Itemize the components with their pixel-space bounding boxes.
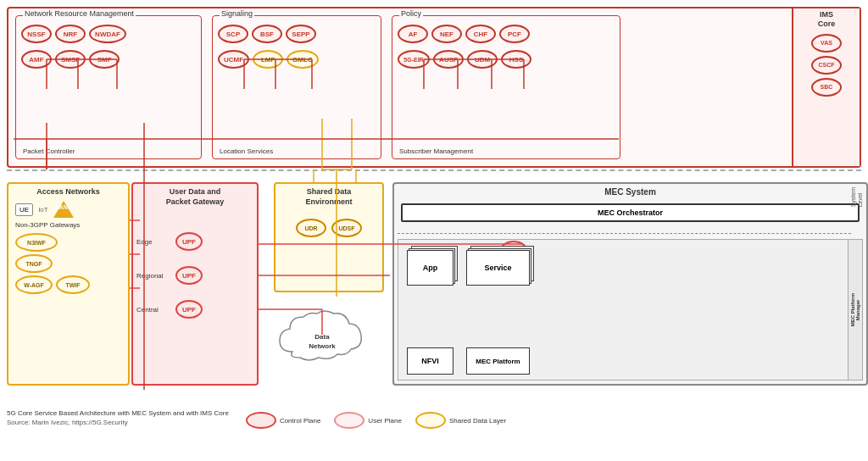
shared-data-label: Shared DataEnvironment — [275, 184, 382, 207]
nfvi-box: NFVI — [407, 347, 453, 375]
user-data-gateway-box: User Data andPacket Gateway Edge UPF Reg… — [131, 182, 259, 386]
policy-bottom-row: 5G-EIR AUSF UDM HSS — [392, 47, 620, 72]
ausf-oval: AUSF — [433, 50, 464, 69]
gateways-list: N3IWF TNGF W-AGF TWIF — [8, 230, 128, 297]
control-plane-icon — [246, 412, 276, 429]
nrm-top-row: NSSF NRF NWDAF — [16, 16, 201, 47]
shared-data-box: Shared DataEnvironment UDR UDSF — [274, 182, 384, 292]
legend-description: 5G Core Service Based Architecture with … — [7, 408, 229, 426]
iot-label: IoT — [38, 206, 48, 214]
separator-line — [7, 169, 861, 171]
ims-core-label: IMSCore — [818, 10, 836, 29]
nrf-oval: NRF — [55, 25, 86, 43]
nrm-bottom-row: AMF SMSF SMF — [16, 47, 201, 72]
bsf-oval: BSF — [252, 25, 282, 43]
hss-oval: HSS — [501, 50, 531, 69]
udsf-oval: UDSF — [331, 219, 362, 237]
amf-oval: AMF — [21, 50, 52, 69]
nrm-label: Network Resource Management — [23, 9, 136, 18]
central-upf-oval: UPF — [175, 300, 203, 319]
mec-platform-box: MEC Platform — [466, 347, 530, 375]
user-plane-legend: User Plane — [334, 412, 402, 429]
ue-iot-row: UE IoT RAN — [8, 196, 128, 219]
svg-text:Data: Data — [314, 333, 330, 341]
sepp-oval: SEPP — [286, 25, 316, 43]
service-stacked-container: Service — [466, 250, 534, 288]
shared-data-layer-label: Shared Data Layer — [449, 417, 506, 425]
smsf-oval: SMSF — [55, 50, 86, 69]
access-networks-box: Access Networks UE IoT RAN Non-3GPP Gate… — [7, 182, 130, 386]
regional-label: Regional — [136, 272, 172, 280]
nssf-oval: NSSF — [21, 25, 52, 43]
signaling-top-row: SCP BSF SEPP — [213, 16, 381, 47]
central-label: Central — [136, 306, 172, 314]
subscriber-mgmt-label: Subscriber Management — [399, 147, 473, 155]
signaling-bottom-row: UCMF LMF GMLC — [213, 47, 381, 72]
system-level-label: SystemLevel — [850, 187, 865, 207]
mec-platform-manager-box: MEC PlatformManager — [848, 239, 863, 380]
app-box: App — [407, 250, 453, 286]
access-networks-label: Access Networks — [8, 184, 128, 196]
wagf-oval: W-AGF — [15, 275, 53, 294]
gmlc-oval: GMLC — [287, 50, 319, 69]
edge-row: Edge UPF — [136, 232, 253, 251]
network-resource-mgmt-group: Network Resource Management NSSF NRF NWD… — [15, 15, 202, 159]
vas-oval: VAS — [811, 34, 842, 53]
ims-core-box: IMSCore VAS CSCF SBC — [792, 8, 860, 166]
legend-section: 5G Core Service Based Architecture with … — [7, 408, 861, 458]
regional-row: Regional UPF — [136, 266, 253, 285]
udr-oval: UDR — [296, 219, 326, 237]
user-plane-label: User Plane — [368, 417, 402, 425]
legend-items: Control Plane User Plane Shared Data Lay… — [246, 408, 506, 429]
policy-group: Policy AF NEF CHF PCF 5G-EIR AUSF UDM HS… — [392, 15, 620, 159]
svg-text:Network: Network — [309, 342, 336, 350]
sbc-oval: SBC — [811, 78, 842, 97]
non3gpp-label: Non-3GPP Gateways — [8, 219, 128, 230]
ucmf-oval: UCMF — [218, 50, 249, 69]
shared-data-ovals: UDR UDSF — [275, 214, 382, 242]
central-row: Central UPF — [136, 300, 253, 319]
edge-label: Edge — [136, 238, 172, 246]
udm-oval: UDM — [467, 50, 498, 69]
mec-orchestrator: MEC Orchestrator — [401, 203, 860, 222]
mec-system-label: MEC System — [394, 184, 866, 197]
cscf-oval: CSCF — [811, 56, 842, 75]
signaling-label: Signaling — [220, 9, 254, 18]
n3iwf-oval: N3IWF — [15, 233, 58, 252]
twif-oval: TWIF — [56, 275, 90, 294]
regional-upf-oval: UPF — [175, 266, 203, 285]
user-data-label: User Data andPacket Gateway — [133, 184, 257, 207]
legend-source: Source: Marin Ivezic, https://5G.Securit… — [7, 419, 229, 426]
service-box: Service — [466, 250, 530, 286]
signaling-group: Signaling SCP BSF SEPP UCMF LMF GMLC Loc… — [212, 15, 381, 159]
scp-oval: SCP — [218, 25, 248, 43]
shared-data-legend: Shared Data Layer — [415, 412, 506, 429]
user-plane-icon — [334, 412, 364, 429]
policy-top-row: AF NEF CHF PCF — [392, 16, 620, 47]
ran-triangle: RAN — [53, 201, 74, 218]
mec-host-area: App Service NFVI MEC Platform — [398, 239, 849, 380]
nef-oval: NEF — [431, 25, 462, 43]
tngf-oval: TNGF — [15, 254, 53, 273]
smf-oval: SMF — [89, 50, 120, 69]
control-plane-legend: Control Plane — [246, 412, 320, 429]
lmf-oval: LMF — [253, 50, 283, 69]
pcf-oval: PCF — [499, 25, 530, 43]
packet-controller-label: Packet Controller — [23, 147, 75, 155]
control-plane-label: Control Plane — [280, 417, 320, 425]
mec-inner-separator — [398, 233, 851, 234]
app-stacked-container: App — [407, 250, 458, 288]
location-services-label: Location Services — [220, 147, 273, 155]
mec-system-box: MEC System MEC Orchestrator SystemLevel … — [392, 182, 868, 386]
chf-oval: CHF — [465, 25, 496, 43]
ue-box: UE — [15, 203, 33, 216]
edge-upf-oval: UPF — [175, 232, 203, 251]
nwdaf-oval: NWDAF — [89, 25, 126, 43]
data-network-cloud: Data Network — [271, 305, 373, 366]
af-oval: AF — [398, 25, 428, 43]
core-network-section: Network Resource Management NSSF NRF NWD… — [7, 7, 861, 168]
mec-platform-manager-label: MEC PlatformManager — [850, 293, 860, 326]
legend-title: 5G Core Service Based Architecture with … — [7, 408, 229, 419]
wagf-twif-row: W-AGF TWIF — [15, 275, 121, 294]
shared-data-layer-icon — [415, 412, 446, 429]
